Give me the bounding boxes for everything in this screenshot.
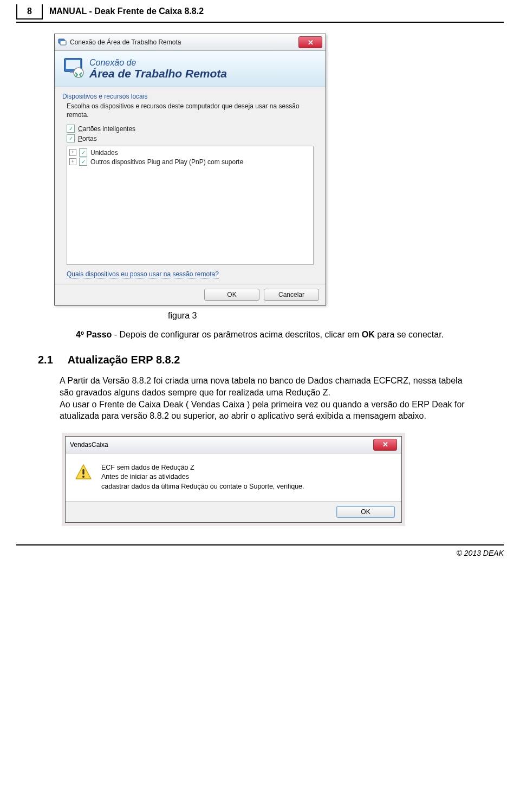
close-icon: ✕	[382, 440, 388, 449]
page-footer: © 2013 DEAK	[16, 544, 504, 568]
svg-rect-6	[82, 469, 84, 475]
page-header: 8 MANUAL - Deak Frente de Caixa 8.8.2	[16, 0, 504, 23]
expand-icon[interactable]: +	[69, 158, 76, 165]
step-4-paragraph: 4º Passo - Depois de configurar os parâm…	[76, 328, 477, 341]
checkbox-icon: ✓	[67, 134, 75, 142]
section-heading: 2.1 Atualização ERP 8.8.2	[38, 354, 477, 366]
copyright-text: © 2013 DEAK	[457, 549, 504, 557]
tree-label: Unidades	[90, 149, 118, 157]
dialog-button-row: OK	[66, 501, 401, 522]
banner-line1: Conexão de	[89, 58, 227, 68]
rdp-title-text: Conexão de Área de Trabalho Remota	[70, 38, 181, 46]
figure-caption: figura 3	[168, 311, 477, 321]
checkbox-icon: ✓	[79, 148, 87, 157]
checkbox-ports[interactable]: ✓ Portas	[67, 134, 318, 142]
vendascaixa-dialog: VendasCaixa ✕ ECF sem dados de Redução Z…	[65, 436, 402, 523]
help-link[interactable]: Quais dispositivos eu posso usar na sess…	[67, 270, 219, 278]
vc-message: ECF sem dados de Redução Z Antes de inic…	[101, 463, 304, 492]
checkbox-icon: ✓	[79, 158, 87, 166]
ok-button[interactable]: OK	[204, 289, 259, 301]
cancel-button[interactable]: Cancelar	[264, 289, 319, 301]
svg-point-7	[82, 476, 84, 478]
checkbox-icon: ✓	[67, 125, 75, 133]
group-description: Escolha os dispositivos e recursos deste…	[67, 102, 318, 119]
tree-item-pnp[interactable]: + ✓ Outros dispositivos Plug and Play (P…	[69, 158, 311, 166]
vc-title-text: VendasCaixa	[70, 441, 108, 449]
rdp-dialog: Conexão de Área de Trabalho Remota ✕ Con…	[54, 34, 326, 306]
device-tree[interactable]: + ✓ Unidades + ✓ Outros dispositivos Plu…	[67, 146, 314, 265]
page-number: 8	[16, 4, 43, 20]
banner-line2: Área de Trabalho Remota	[89, 67, 227, 80]
svg-rect-1	[60, 41, 66, 45]
monitor-icon	[62, 56, 87, 81]
checkbox-label: Portas	[78, 135, 97, 142]
vc-titlebar: VendasCaixa ✕	[66, 437, 401, 453]
checkbox-smartcards[interactable]: ✓ Cartões inteligentes	[67, 125, 318, 133]
checkbox-label: Cartões inteligentes	[78, 125, 135, 133]
doc-title: MANUAL - Deak Frente de Caixa 8.8.2	[49, 4, 204, 20]
expand-icon[interactable]: +	[69, 149, 76, 156]
group-label: Dispositivos e recursos locais	[62, 93, 318, 100]
close-button[interactable]: ✕	[298, 36, 322, 48]
ok-button[interactable]: OK	[336, 506, 395, 518]
rdp-app-icon	[58, 38, 67, 46]
close-icon: ✕	[308, 38, 314, 47]
dialog-button-row: OK Cancelar	[55, 284, 326, 305]
rdp-banner: Conexão de Área de Trabalho Remota	[55, 51, 326, 87]
tree-label: Outros dispositivos Plug and Play (PnP) …	[90, 158, 243, 166]
tree-item-units[interactable]: + ✓ Unidades	[69, 148, 311, 157]
svg-point-5	[74, 68, 83, 77]
section-body-text: A Partir da Versão 8.8.2 foi criada uma …	[60, 375, 477, 421]
warning-icon	[74, 463, 93, 482]
rdp-titlebar: Conexão de Área de Trabalho Remota ✕	[55, 34, 326, 51]
close-button[interactable]: ✕	[373, 439, 397, 451]
